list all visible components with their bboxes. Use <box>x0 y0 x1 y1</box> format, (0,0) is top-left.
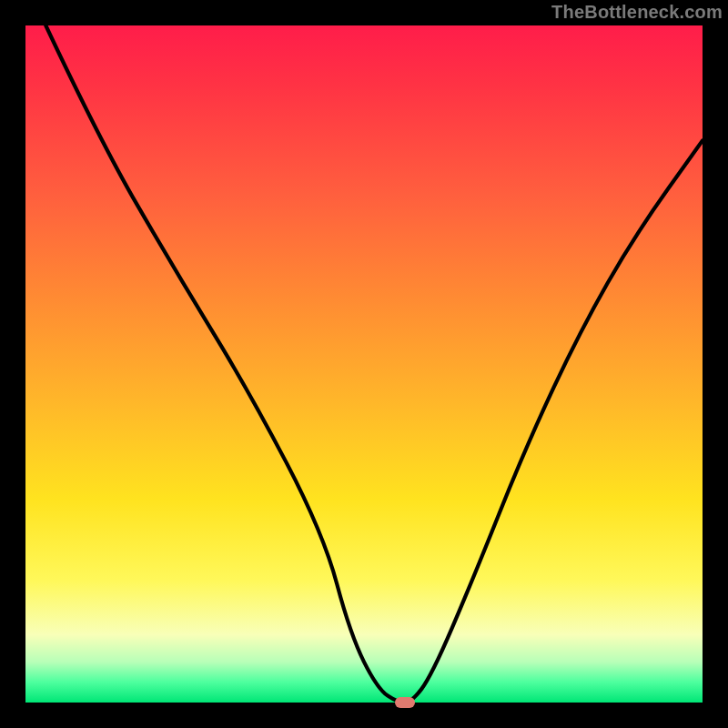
attribution-text: TheBottleneck.com <box>551 2 723 23</box>
bottleneck-curve-path <box>46 25 703 703</box>
chart-frame: TheBottleneck.com <box>0 0 728 728</box>
curve-svg <box>25 25 703 703</box>
minimum-marker <box>395 697 415 708</box>
plot-area <box>25 25 703 703</box>
